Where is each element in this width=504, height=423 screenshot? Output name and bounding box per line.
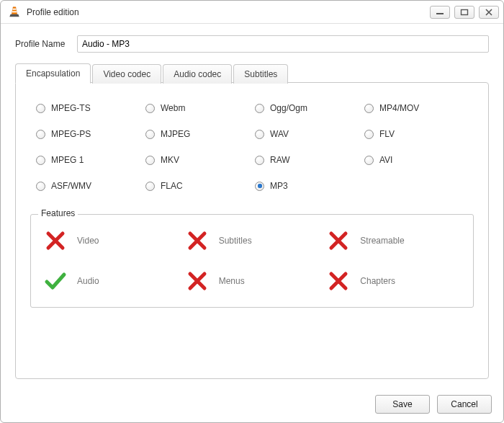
format-label: MKV <box>161 155 179 165</box>
close-button[interactable] <box>479 6 499 19</box>
svg-rect-2 <box>436 13 444 14</box>
profile-name-input[interactable] <box>77 35 489 53</box>
feature-video: Video <box>44 231 177 251</box>
radio-icon <box>255 156 264 165</box>
tab-audio-codec[interactable]: Audio codec <box>163 64 232 84</box>
tab-encapsulation[interactable]: Encapsulation <box>15 63 91 84</box>
feature-label: Menus <box>219 276 245 286</box>
svg-rect-3 <box>462 9 468 14</box>
radio-icon <box>364 104 374 113</box>
window-title: Profile edition <box>27 7 426 17</box>
format-radio-raw[interactable]: RAW <box>255 155 359 165</box>
tab-video-codec[interactable]: Video codec <box>92 64 161 84</box>
format-label: Webm <box>161 103 185 113</box>
minimize-button[interactable] <box>430 6 450 19</box>
feature-label: Video <box>77 236 99 246</box>
feature-menus: Menus <box>186 271 319 291</box>
profile-name-label: Profile Name <box>15 39 77 49</box>
format-label: WAV <box>270 129 289 139</box>
dialog-footer: Save Cancel <box>1 388 503 422</box>
tab-panel-encapsulation: MPEG-TSWebmOgg/OgmMP4/MOVMPEG-PSMJPEGWAV… <box>15 82 489 379</box>
features-grid: VideoSubtitlesStreamableAudioMenusChapte… <box>44 231 460 291</box>
features-legend: Features <box>38 208 78 218</box>
feature-subtitles: Subtitles <box>186 231 319 251</box>
titlebar: Profile edition <box>1 1 503 24</box>
format-label: AVI <box>379 155 392 165</box>
radio-icon <box>145 182 155 191</box>
check-icon <box>44 271 67 291</box>
radio-icon <box>36 156 45 165</box>
radio-icon <box>36 182 45 191</box>
format-radio-mjpeg[interactable]: MJPEG <box>145 129 249 139</box>
svg-rect-1 <box>12 11 17 12</box>
format-label: FLAC <box>161 181 183 191</box>
feature-label: Subtitles <box>219 236 252 246</box>
tab-label: Audio codec <box>174 69 221 79</box>
feature-chapters: Chapters <box>327 271 460 291</box>
content-area: Profile Name Encapsulation Video codec A… <box>1 24 503 388</box>
svg-rect-0 <box>12 8 16 9</box>
format-radio-mp4[interactable]: MP4/MOV <box>364 103 468 113</box>
radio-icon <box>145 130 155 139</box>
format-label: FLV <box>379 129 395 139</box>
dialog-window: Profile edition Profile Name Encapsulati… <box>0 0 504 423</box>
format-radio-mpeg-ts[interactable]: MPEG-TS <box>36 103 140 113</box>
format-label: MJPEG <box>161 129 190 139</box>
feature-audio: Audio <box>44 271 177 291</box>
format-radio-mpeg-ps[interactable]: MPEG-PS <box>36 129 140 139</box>
format-radio-flac[interactable]: FLAC <box>145 181 249 191</box>
format-label: RAW <box>270 155 290 165</box>
vlc-icon <box>8 6 21 19</box>
format-label: Ogg/Ogm <box>270 103 307 113</box>
profile-name-row: Profile Name <box>15 35 489 53</box>
cross-icon <box>327 271 350 291</box>
tab-label: Video codec <box>103 69 150 79</box>
format-radio-wav[interactable]: WAV <box>255 129 359 139</box>
radio-icon <box>364 130 374 139</box>
radio-icon <box>255 104 264 113</box>
feature-label: Chapters <box>360 276 395 286</box>
format-label: MPEG 1 <box>51 155 84 165</box>
radio-icon <box>255 130 264 139</box>
tabstrip: Encapsulation Video codec Audio codec Su… <box>15 63 489 83</box>
format-label: MPEG-PS <box>51 129 91 139</box>
feature-label: Audio <box>77 276 99 286</box>
format-label: ASF/WMV <box>51 181 91 191</box>
format-radio-mkv[interactable]: MKV <box>145 155 249 165</box>
format-radio-avi[interactable]: AVI <box>364 155 468 165</box>
format-label: MP3 <box>270 181 288 191</box>
format-radio-ogg[interactable]: Ogg/Ogm <box>255 103 359 113</box>
features-group: Features VideoSubtitlesStreamableAudioMe… <box>30 214 474 308</box>
format-radio-grid: MPEG-TSWebmOgg/OgmMP4/MOVMPEG-PSMJPEGWAV… <box>30 100 474 198</box>
save-button[interactable]: Save <box>375 395 430 414</box>
radio-icon <box>255 182 264 191</box>
radio-icon <box>145 156 155 165</box>
format-radio-webm[interactable]: Webm <box>145 103 249 113</box>
radio-icon <box>145 104 155 113</box>
radio-icon <box>36 130 45 139</box>
cancel-button[interactable]: Cancel <box>437 395 492 414</box>
tab-label: Encapsulation <box>26 68 80 79</box>
tab-label: Subtitles <box>244 69 277 79</box>
format-radio-flv[interactable]: FLV <box>364 129 468 139</box>
format-radio-mpeg1[interactable]: MPEG 1 <box>36 155 140 165</box>
cross-icon <box>186 271 209 291</box>
format-radio-mp3[interactable]: MP3 <box>255 181 359 191</box>
radio-icon <box>36 104 45 113</box>
feature-label: Streamable <box>360 236 404 246</box>
format-label: MPEG-TS <box>51 103 91 113</box>
cross-icon <box>186 231 209 251</box>
format-radio-asf[interactable]: ASF/WMV <box>36 181 140 191</box>
radio-icon <box>364 156 374 165</box>
cross-icon <box>44 231 67 251</box>
format-label: MP4/MOV <box>379 103 419 113</box>
cross-icon <box>327 231 350 251</box>
feature-streamable: Streamable <box>327 231 460 251</box>
tab-subtitles[interactable]: Subtitles <box>233 64 288 84</box>
maximize-button[interactable] <box>454 6 474 19</box>
